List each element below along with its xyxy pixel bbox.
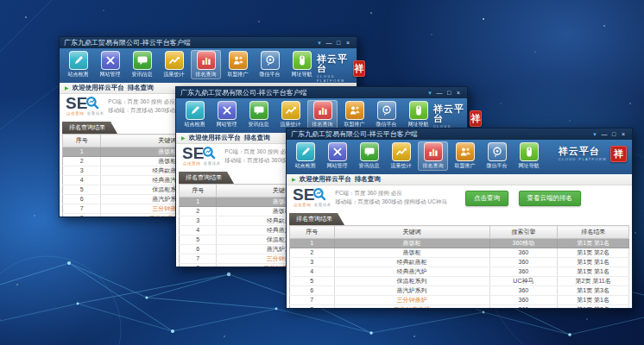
seo-tagline: 点击查询 全面排名	[66, 111, 104, 116]
seo-logo-text: SE	[66, 96, 87, 110]
table-row[interactable]: 1蒸饭柜360移动第1页 第1名	[290, 239, 629, 248]
cell-no: 5	[63, 185, 101, 195]
column-header[interactable]: 排名结果	[558, 226, 629, 239]
cell-no: 7	[290, 296, 335, 305]
table-row[interactable]: 7三分钟蒸炉360第1页 第1名	[290, 296, 629, 305]
bar-chart-icon	[197, 51, 216, 70]
table-row[interactable]: 6蒸汽炉系列360第1页 第3名	[290, 286, 629, 296]
results-tab[interactable]: 排名查询结果	[62, 122, 117, 134]
toolbar-items: 站点检测网站管理资讯信息流量统计排名查询联盟推广微信平台网址导航	[180, 100, 433, 129]
query-button[interactable]: 点击查询	[465, 191, 508, 206]
toolbar-button-1[interactable]: 网站管理	[212, 100, 242, 129]
cell-keyword: 三分钟蒸炉	[334, 296, 489, 305]
mouse-icon	[409, 101, 428, 120]
window-controls: ▾ — □ ×	[426, 88, 463, 97]
toolbar-button-0[interactable]: 站点检测	[63, 50, 93, 79]
toolbar-button-4[interactable]: 排名查询	[418, 141, 448, 171]
toolbar-button-6[interactable]: 微信平台	[255, 50, 285, 79]
toolbar-button-3[interactable]: 流量统计	[275, 100, 306, 129]
close-icon[interactable]: ×	[619, 129, 628, 139]
toolbar-button-2[interactable]: 资讯信息	[127, 50, 157, 79]
toolbar-button-4[interactable]: 排名查询	[191, 50, 221, 79]
toolbar-button-6[interactable]: 微信平台	[371, 100, 401, 129]
toolbar-button-6[interactable]: 微信平台	[482, 141, 512, 171]
table-row[interactable]: 2蒸饭柜360第1页 第2名	[290, 248, 629, 258]
column-header[interactable]: 搜索引擎	[489, 226, 558, 239]
cell-keyword: 蒸饭柜	[334, 239, 489, 248]
table-row[interactable]: 5保温柜系列UC神马第2页 第11名	[290, 277, 629, 286]
column-header[interactable]: 序号	[180, 185, 217, 198]
chat-bubble-icon	[249, 101, 268, 120]
minimize-icon[interactable]: —	[600, 129, 609, 139]
skin-icon[interactable]: ▾	[426, 88, 434, 97]
toolbar-button-0[interactable]: 站点检测	[290, 141, 320, 171]
cell-keyword: 蒸汽炉系列	[334, 286, 489, 296]
results-tab[interactable]: 排名查询结果	[289, 213, 344, 225]
toolbar-button-1[interactable]: 网站管理	[322, 141, 352, 171]
window-titlebar[interactable]: 广东九鼎工贸易有限公司-祥云平台客户端 ▾ — □ ×	[176, 87, 467, 98]
toolbar-button-5[interactable]: 联盟推广	[223, 50, 253, 79]
toolbar-button-4[interactable]: 排名查询	[307, 100, 338, 129]
app-window-front: 广东九鼎工贸易有限公司-祥云平台客户端 ▾ — □ × 站点检测网站管理资讯信息…	[286, 128, 633, 309]
cell-engine: 360	[489, 267, 558, 277]
pencil-icon	[186, 101, 205, 120]
minimize-icon[interactable]: —	[325, 38, 333, 47]
column-header[interactable]: 序号	[63, 135, 101, 147]
cell-keyword: 经典蒸汽炉	[334, 267, 489, 277]
toolbar-label: 流量统计	[160, 71, 187, 78]
table-row[interactable]: 3经典款蒸柜360第1页 第1名	[290, 258, 629, 267]
toolbar-button-7[interactable]: 网址导航	[403, 100, 433, 129]
cell-rank: 第1页 第2名	[558, 248, 629, 258]
cell-engine: 360	[489, 258, 558, 267]
toolbar-button-0[interactable]: 站点检测	[180, 100, 210, 129]
seo-logo-text: SE	[182, 146, 204, 160]
toolbar-button-1[interactable]: 网站管理	[95, 50, 125, 79]
close-icon[interactable]: ×	[344, 38, 352, 47]
close-icon[interactable]: ×	[454, 88, 463, 97]
cell-keyword: 蒸饭柜	[334, 248, 489, 258]
minimize-icon[interactable]: —	[435, 88, 444, 97]
window-titlebar[interactable]: 广东九鼎工贸易有限公司-祥云平台客户端 ▾ — □ ×	[287, 129, 632, 140]
cell-no: 7	[180, 254, 217, 264]
toolbar-button-5[interactable]: 联盟推广	[339, 100, 369, 129]
skin-icon[interactable]: ▾	[315, 38, 324, 47]
seo-header: SE 点击查询 全面排名 PC端：百度 360 搜狗 必应 移动端：百度移动 3	[287, 185, 632, 209]
toolbar-button-3[interactable]: 流量统计	[386, 141, 416, 171]
brand-logo: 祥云平台 CLOUD PLATFORM 祥	[317, 54, 367, 83]
cell-no: 2	[290, 248, 335, 258]
toolbar-label: 微信平台	[483, 162, 510, 169]
seo-logo: SE 点击查询 全面排名	[293, 187, 327, 207]
results-tab[interactable]: 排名查询结果	[179, 172, 234, 184]
window-title: 广东九鼎工贸易有限公司-祥云平台客户端	[180, 88, 426, 97]
cell-rank: 第1页 第1名	[558, 258, 629, 267]
column-header[interactable]: 序号	[290, 226, 335, 239]
seo-logo: SE 点击查询 全面排名	[66, 96, 100, 116]
mouse-icon	[293, 51, 312, 70]
magnifier-icon	[85, 96, 100, 110]
cell-no: 3	[180, 216, 217, 226]
cloud-rank-button[interactable]: 查看云端的排名	[519, 191, 582, 206]
column-header[interactable]: 关键词	[334, 226, 489, 239]
table-row[interactable]: 4经典蒸汽炉360第1页 第1名	[290, 267, 629, 277]
toolbar-button-5[interactable]: 联盟推广	[450, 141, 480, 171]
maximize-icon[interactable]: □	[609, 129, 618, 139]
seo-tagline: 点击查询 全面排名	[183, 161, 221, 166]
breadcrumb-welcome: 欢迎使用祥云平台	[189, 134, 241, 142]
window-titlebar[interactable]: 广东九鼎工贸易有限公司-祥云平台客户端 ▾ — □ ×	[60, 37, 357, 48]
maximize-icon[interactable]: □	[334, 38, 343, 47]
table-row[interactable]: 8三分钟蒸汽炉360第1页 第2名	[290, 305, 629, 309]
toolbar-button-7[interactable]: 网址导航	[287, 50, 317, 79]
maximize-icon[interactable]: □	[445, 88, 453, 97]
cell-rank: 第1页 第3名	[558, 286, 629, 296]
toolbar-label: 站点检测	[180, 121, 208, 128]
toolbar-button-3[interactable]: 流量统计	[159, 50, 189, 79]
seo-tagline: 点击查询 全面排名	[294, 203, 331, 207]
toolbar-button-2[interactable]: 资讯信息	[243, 100, 274, 129]
brand-name: 祥云平台	[317, 54, 350, 73]
cell-no: 1	[180, 198, 217, 207]
toolbar-button-2[interactable]: 资讯信息	[354, 141, 384, 171]
toolbar-label: 网站管理	[323, 162, 350, 169]
skin-icon[interactable]: ▾	[590, 129, 599, 139]
brand-subtitle: CLOUD PLATFORM	[559, 157, 607, 161]
toolbar-button-7[interactable]: 网址导航	[514, 141, 544, 171]
